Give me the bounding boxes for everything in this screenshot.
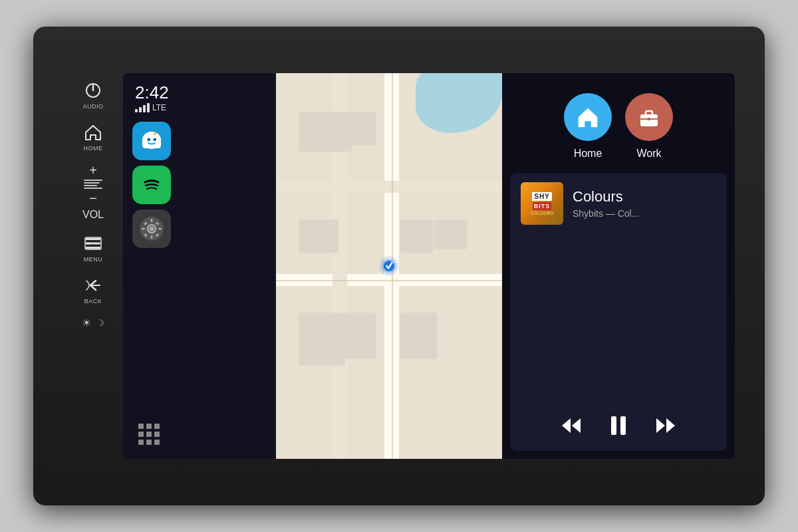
svg-rect-21 — [151, 235, 153, 239]
back-button[interactable]: BACK — [81, 275, 105, 305]
svg-marker-39 — [666, 418, 675, 433]
app-list — [130, 122, 269, 420]
map-block-3 — [299, 313, 345, 366]
svg-point-11 — [153, 138, 156, 142]
svg-rect-5 — [86, 238, 90, 240]
album-text-colours: COLOURS — [531, 211, 554, 215]
back-icon — [81, 275, 105, 296]
work-nav-circle — [625, 93, 673, 141]
map-block-7 — [339, 313, 376, 359]
status-bar: 2:42 LTE — [130, 84, 269, 112]
home-label: HOME — [84, 145, 103, 152]
svg-rect-23 — [158, 228, 162, 230]
song-title: Colours — [573, 188, 716, 205]
map-block-4 — [400, 219, 434, 253]
map-road-h2 — [276, 181, 502, 193]
album-text-bits: BITS — [533, 202, 552, 210]
map-block-2 — [299, 219, 338, 253]
audio-label: AUDIO — [82, 103, 103, 110]
svg-marker-34 — [562, 418, 571, 433]
menu-button[interactable]: MENU — [81, 233, 105, 263]
waze-app-icon[interactable] — [132, 122, 171, 160]
work-briefcase-icon — [636, 104, 662, 130]
svg-rect-33 — [648, 118, 650, 120]
signal-strength — [135, 103, 150, 112]
svg-rect-6 — [86, 243, 90, 245]
svg-point-13 — [155, 138, 156, 140]
svg-line-15 — [154, 136, 155, 138]
vol-bar-3 — [84, 185, 97, 186]
grid-icon — [138, 424, 160, 445]
home-button[interactable]: HOME — [81, 122, 105, 152]
music-text: Colours Shybits — Col... — [573, 188, 716, 219]
signal-row: LTE — [135, 103, 269, 112]
album-text-shy: SHY — [532, 192, 552, 201]
music-player: SHY BITS COLOURS Colours Shybits — Col..… — [510, 173, 727, 451]
signal-bar-2 — [139, 107, 142, 112]
audio-button[interactable]: AUDIO — [81, 80, 105, 110]
map-current-location — [377, 254, 401, 278]
svg-rect-22 — [142, 228, 145, 230]
settings-gear-icon — [138, 215, 165, 242]
spotify-logo — [139, 172, 164, 198]
map-water-2 — [422, 80, 475, 120]
power-icon — [81, 80, 105, 101]
right-panel: Home Work — [502, 73, 735, 459]
location-pin-icon — [377, 253, 401, 279]
fast-forward-icon — [654, 416, 677, 435]
menu-label: MENU — [84, 256, 103, 263]
nav-shortcuts: Home Work — [502, 73, 735, 173]
night-mode-icon: ☽ — [96, 318, 104, 328]
volume-up-button[interactable]: + — [89, 164, 97, 177]
svg-point-19 — [150, 227, 154, 231]
rewind-icon — [560, 416, 583, 435]
road-divider-h — [276, 280, 502, 281]
clock: 2:42 — [135, 84, 269, 101]
map-area[interactable] — [276, 73, 502, 459]
svg-rect-37 — [620, 416, 626, 435]
work-nav-label: Work — [636, 148, 661, 160]
music-info: SHY BITS COLOURS Colours Shybits — Col..… — [521, 182, 716, 225]
car-infotainment-frame: AUDIO HOME + − VOL — [33, 27, 765, 505]
svg-rect-20 — [151, 219, 153, 222]
volume-control: + − VOL — [82, 164, 104, 221]
vol-bar-2 — [84, 182, 100, 184]
home-nav-icon — [575, 104, 600, 130]
home-nav-label: Home — [574, 148, 602, 160]
fast-forward-button[interactable] — [654, 416, 677, 435]
map-block-5 — [400, 313, 437, 359]
home-nav-shortcut[interactable]: Home — [564, 93, 612, 160]
album-art-inner: SHY BITS COLOURS — [521, 182, 563, 225]
pause-icon — [609, 415, 628, 436]
home-icon — [81, 122, 105, 143]
all-apps-button[interactable] — [130, 420, 168, 448]
home-nav-circle — [564, 93, 612, 141]
song-subtitle: Shybits — Col... — [573, 208, 716, 219]
svg-rect-36 — [611, 416, 616, 435]
svg-marker-35 — [572, 418, 581, 433]
svg-point-12 — [149, 138, 150, 140]
settings-app-icon[interactable] — [132, 209, 171, 248]
svg-point-14 — [154, 132, 157, 136]
vol-bar-1 — [84, 180, 102, 181]
work-nav-shortcut[interactable]: Work — [625, 93, 673, 160]
main-screen: 2:42 LTE — [123, 73, 735, 459]
menu-icon — [81, 233, 105, 254]
map-block-6 — [434, 219, 467, 249]
album-art: SHY BITS COLOURS — [521, 182, 563, 225]
svg-point-10 — [147, 138, 150, 142]
svg-rect-7 — [86, 247, 90, 249]
vol-bar-4 — [84, 188, 102, 189]
signal-bar-3 — [143, 105, 146, 112]
rewind-button[interactable] — [560, 416, 583, 435]
vol-label: VOL — [82, 209, 104, 221]
volume-bars — [84, 180, 102, 189]
svg-marker-38 — [656, 418, 665, 433]
volume-down-button[interactable]: − — [89, 192, 97, 205]
back-label: BACK — [84, 298, 102, 305]
spotify-app-icon[interactable] — [132, 166, 171, 204]
left-panel: 2:42 LTE — [123, 73, 276, 459]
signal-bar-1 — [135, 109, 138, 112]
brightness-control[interactable]: ☀ ☽ — [82, 317, 104, 329]
pause-button[interactable] — [609, 415, 628, 436]
